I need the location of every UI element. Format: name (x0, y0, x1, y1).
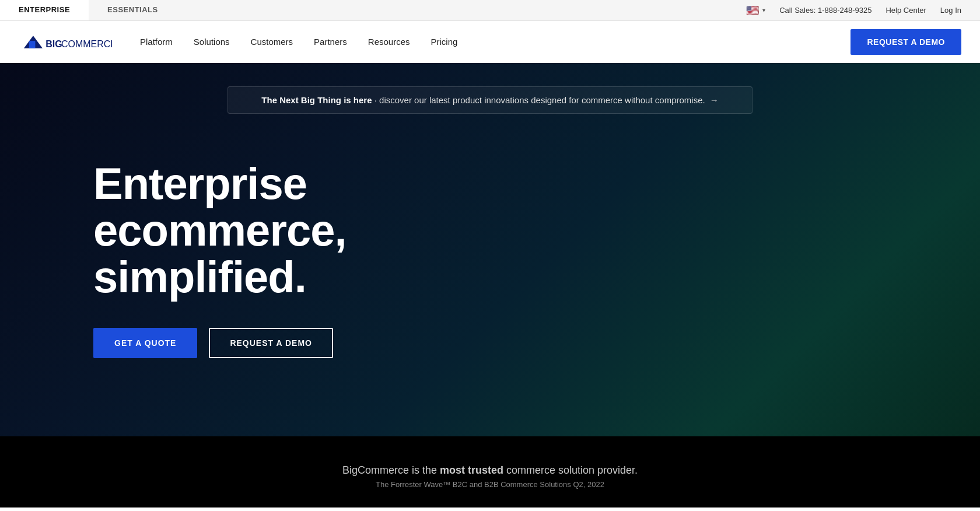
hero-request-demo-button[interactable]: REQUEST A DEMO (209, 328, 333, 358)
trust-section: BigCommerce is the most trusted commerce… (0, 436, 980, 508)
svg-rect-1 (29, 41, 36, 48)
nav-resources[interactable]: Resources (368, 37, 410, 47)
tab-essentials[interactable]: ESSENTIALS (89, 0, 177, 20)
nav-cta: REQUEST A DEMO (850, 29, 961, 55)
hero-section: The Next Big Thing is here · discover ou… (0, 63, 980, 436)
hero-title-line3: simplified. (93, 252, 306, 302)
hero-buttons: GET A QUOTE REQUEST A DEMO (93, 328, 408, 358)
svg-text:COMMERCE: COMMERCE (61, 38, 112, 48)
get-quote-button[interactable]: GET A QUOTE (93, 328, 197, 358)
trust-text-before: BigCommerce is the (342, 464, 440, 476)
nav-pricing[interactable]: Pricing (431, 37, 458, 47)
trust-sub: The Forrester Wave™ B2C and B2B Commerce… (0, 480, 980, 489)
nav-partners[interactable]: Partners (314, 37, 347, 47)
login-link[interactable]: Log In (940, 6, 961, 15)
logo[interactable]: BIG COMMERCE (19, 32, 112, 52)
help-center-link[interactable]: Help Center (886, 6, 926, 15)
hero-title-line1: Enterprise (93, 159, 307, 208)
announcement-bold: The Next Big Thing is here (261, 95, 372, 105)
announcement-body: · discover our latest product innovation… (372, 95, 705, 105)
announcement-bar[interactable]: The Next Big Thing is here · discover ou… (228, 86, 752, 114)
announcement-arrow-icon: → (710, 95, 719, 105)
language-selector[interactable]: 🇺🇸 ▾ (746, 4, 765, 17)
nav-links: Platform Solutions Customers Partners Re… (140, 37, 850, 47)
nav-platform[interactable]: Platform (140, 37, 173, 47)
logo-svg: BIG COMMERCE (19, 32, 112, 52)
trust-text-after: commerce solution provider. (503, 464, 638, 476)
svg-text:BIG: BIG (46, 38, 62, 48)
call-sales-link[interactable]: Call Sales: 1-888-248-9325 (779, 6, 872, 15)
top-bar: ENTERPRISE ESSENTIALS 🇺🇸 ▾ Call Sales: 1… (0, 0, 980, 21)
tab-enterprise[interactable]: ENTERPRISE (0, 0, 89, 20)
flag-icon: 🇺🇸 (746, 4, 759, 17)
top-bar-right: 🇺🇸 ▾ Call Sales: 1-888-248-9325 Help Cen… (746, 4, 980, 17)
main-nav: BIG COMMERCE Platform Solutions Customer… (0, 21, 980, 63)
nav-request-demo-button[interactable]: REQUEST A DEMO (850, 29, 961, 55)
trust-bold: most trusted (440, 464, 503, 476)
hero-title-line2: ecommerce, (93, 205, 346, 255)
hero-title: Enterprise ecommerce, simplified. (93, 160, 408, 300)
nav-customers[interactable]: Customers (251, 37, 293, 47)
chevron-down-icon: ▾ (762, 7, 765, 13)
trust-text: BigCommerce is the most trusted commerce… (0, 464, 980, 477)
hero-content: Enterprise ecommerce, simplified. GET A … (0, 160, 408, 358)
announcement-text: The Next Big Thing is here · discover ou… (261, 95, 705, 105)
nav-solutions[interactable]: Solutions (194, 37, 230, 47)
top-bar-tabs: ENTERPRISE ESSENTIALS (0, 0, 177, 20)
